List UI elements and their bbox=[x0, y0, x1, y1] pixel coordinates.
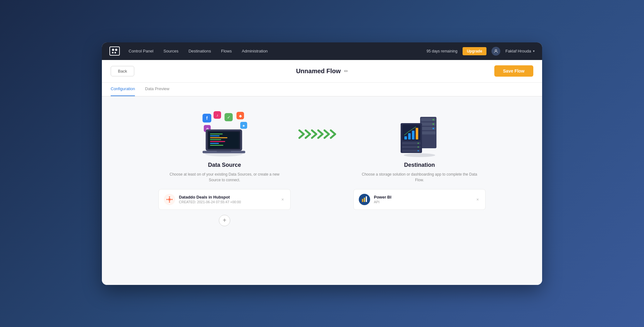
svg-rect-19 bbox=[210, 137, 227, 138]
destination-column: Destination Choose a storage solution or… bbox=[353, 109, 486, 210]
datasource-illustration: f ♪ ✓ ◆ ⊕ ★ bbox=[196, 109, 253, 159]
svg-point-29 bbox=[166, 199, 168, 200]
svg-point-53 bbox=[418, 143, 419, 144]
svg-rect-40 bbox=[421, 131, 436, 134]
flow-arrows bbox=[291, 109, 353, 140]
plus-icon: + bbox=[223, 217, 226, 224]
page-header: Back Unnamed Flow ✏ Save Flow bbox=[102, 60, 542, 83]
add-datasource-button[interactable]: + bbox=[219, 215, 230, 226]
tab-configuration[interactable]: Configuration bbox=[111, 83, 135, 96]
svg-rect-47 bbox=[408, 133, 411, 139]
user-name[interactable]: Faklaf Hrouda ▾ bbox=[505, 49, 535, 53]
tabs-bar: Configuration Data Preview bbox=[102, 83, 542, 96]
svg-rect-23 bbox=[210, 145, 223, 146]
flow-layout: f ♪ ✓ ◆ ⊕ ★ bbox=[121, 109, 523, 226]
nav-control-panel[interactable]: Control Panel bbox=[129, 49, 153, 53]
destination-title: Destination bbox=[404, 162, 435, 168]
svg-text:★: ★ bbox=[242, 124, 245, 128]
powerbi-icon bbox=[359, 194, 370, 205]
save-flow-button[interactable]: Save Flow bbox=[494, 65, 533, 77]
datasource-title: Data Source bbox=[208, 162, 241, 168]
flow-title: Unnamed Flow bbox=[296, 68, 341, 75]
nav-right: 95 days remaining Upgrade Faklaf Hrouda … bbox=[427, 47, 535, 56]
back-button[interactable]: Back bbox=[111, 66, 134, 76]
destination-card-info: Power BI API bbox=[374, 195, 471, 204]
destination-card-sub: API bbox=[374, 200, 471, 204]
svg-text:f: f bbox=[206, 116, 208, 121]
svg-rect-22 bbox=[210, 143, 219, 144]
svg-point-28 bbox=[169, 201, 170, 203]
svg-rect-57 bbox=[364, 198, 365, 202]
svg-point-35 bbox=[404, 153, 435, 157]
datasource-card-name: Dataddo Deals in Hubspot bbox=[179, 195, 276, 199]
svg-point-30 bbox=[171, 199, 173, 200]
nav-sources[interactable]: Sources bbox=[164, 49, 179, 53]
svg-text:◆: ◆ bbox=[239, 114, 242, 118]
svg-text:♪: ♪ bbox=[216, 113, 218, 117]
svg-rect-21 bbox=[210, 141, 225, 142]
svg-rect-25 bbox=[217, 151, 231, 152]
svg-rect-20 bbox=[210, 139, 221, 140]
user-avatar-icon bbox=[491, 47, 500, 56]
datasource-card-close[interactable]: × bbox=[280, 196, 285, 203]
nav-destinations[interactable]: Destinations bbox=[188, 49, 211, 53]
svg-point-43 bbox=[433, 128, 434, 129]
days-remaining: 95 days remaining bbox=[427, 49, 458, 53]
svg-point-0 bbox=[495, 49, 497, 51]
svg-rect-46 bbox=[404, 136, 407, 139]
svg-rect-58 bbox=[366, 196, 367, 202]
nav-links: Control Panel Sources Destinations Flows… bbox=[129, 49, 427, 53]
svg-rect-18 bbox=[210, 135, 219, 136]
svg-point-27 bbox=[169, 196, 170, 198]
hubspot-icon bbox=[164, 194, 175, 205]
edit-icon[interactable]: ✏ bbox=[344, 68, 348, 74]
destination-card: Power BI API × bbox=[353, 189, 486, 210]
main-content: f ♪ ✓ ◆ ⊕ ★ bbox=[102, 96, 542, 285]
svg-rect-48 bbox=[412, 131, 414, 139]
svg-point-26 bbox=[168, 198, 171, 201]
nav-administration[interactable]: Administration bbox=[242, 49, 268, 53]
datasource-description: Choose at least on of your existing Data… bbox=[165, 172, 284, 183]
nav-flows[interactable]: Flows bbox=[221, 49, 232, 53]
svg-rect-49 bbox=[416, 128, 418, 139]
navigation: Control Panel Sources Destinations Flows… bbox=[102, 42, 542, 60]
svg-point-42 bbox=[433, 123, 434, 125]
svg-text:✓: ✓ bbox=[227, 115, 230, 120]
logo[interactable] bbox=[109, 46, 120, 56]
upgrade-button[interactable]: Upgrade bbox=[463, 47, 487, 55]
svg-point-55 bbox=[418, 150, 419, 151]
datasource-card-sub: CREATED: 2021-06-24 07:55:47 +00:00 bbox=[179, 200, 276, 204]
svg-point-54 bbox=[418, 146, 419, 148]
destination-illustration bbox=[391, 109, 448, 159]
datasource-card-info: Dataddo Deals in Hubspot CREATED: 2021-0… bbox=[179, 195, 276, 204]
tab-data-preview[interactable]: Data Preview bbox=[145, 83, 169, 96]
datasource-card: Dataddo Deals in Hubspot CREATED: 2021-0… bbox=[158, 189, 291, 210]
destination-card-name: Power BI bbox=[374, 195, 471, 199]
destination-card-close[interactable]: × bbox=[475, 196, 480, 203]
datasource-column: f ♪ ✓ ◆ ⊕ ★ bbox=[158, 109, 291, 226]
svg-rect-17 bbox=[210, 134, 223, 134]
chevron-down-icon: ▾ bbox=[533, 49, 535, 53]
flow-title-area: Unnamed Flow ✏ bbox=[296, 68, 348, 75]
svg-rect-56 bbox=[362, 199, 363, 202]
destination-description: Choose a storage solution or dashboardin… bbox=[360, 172, 479, 183]
svg-point-41 bbox=[433, 119, 434, 120]
